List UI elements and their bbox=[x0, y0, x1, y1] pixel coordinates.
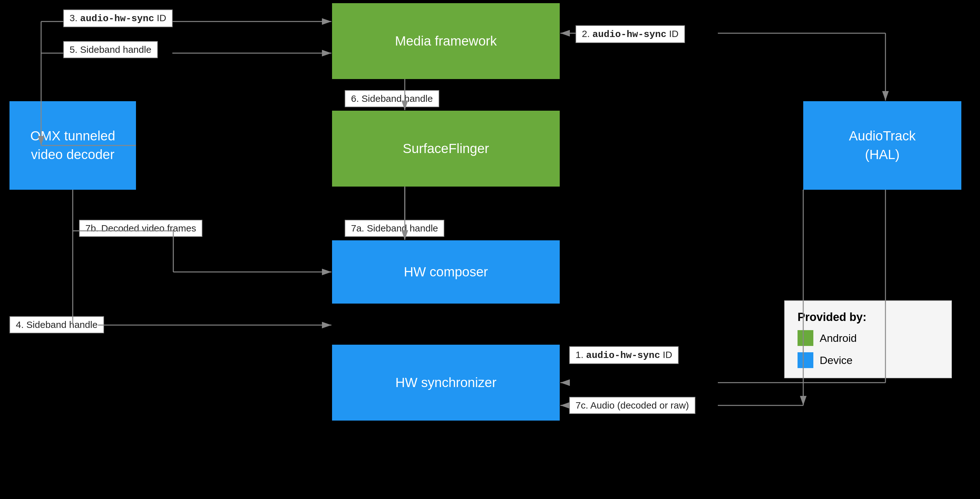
legend: Provided by: Android Device bbox=[784, 300, 952, 378]
label-7c-audio: 7c. Audio (decoded or raw) bbox=[569, 397, 695, 414]
legend-label-android: Android bbox=[820, 332, 857, 344]
label-2-audio-hw-sync: 2. audio-hw-sync ID bbox=[576, 25, 685, 43]
media-framework-label: Media framework bbox=[395, 33, 497, 49]
surface-flinger-label: SurfaceFlinger bbox=[402, 141, 489, 156]
label-5-sideband: 5. Sideband handle bbox=[63, 41, 158, 58]
legend-swatch-device bbox=[797, 352, 813, 368]
label-1-audio-hw-sync: 1. audio-hw-sync ID bbox=[569, 346, 679, 364]
label-4-sideband: 4. Sideband handle bbox=[10, 316, 104, 333]
legend-label-device: Device bbox=[820, 354, 853, 367]
omx-label: OMX tunneledvideo decoder bbox=[30, 127, 115, 164]
label-3-audio-hw-sync: 3. audio-hw-sync ID bbox=[63, 10, 173, 27]
audio-track-box: AudioTrack(HAL) bbox=[803, 101, 961, 190]
omx-box: OMX tunneledvideo decoder bbox=[10, 101, 136, 190]
legend-swatch-android bbox=[797, 330, 813, 346]
surface-flinger-box: SurfaceFlinger bbox=[332, 111, 560, 187]
label-6-sideband: 6. Sideband handle bbox=[345, 90, 439, 107]
hw-synchronizer-box: HW synchronizer bbox=[332, 345, 560, 421]
legend-title: Provided by: bbox=[797, 310, 939, 324]
legend-item-android: Android bbox=[797, 330, 939, 346]
hw-composer-box: HW composer bbox=[332, 240, 560, 304]
hw-synchronizer-label: HW synchronizer bbox=[395, 375, 496, 390]
hw-composer-label: HW composer bbox=[404, 264, 488, 280]
label-7a-sideband: 7a. Sideband handle bbox=[345, 220, 444, 237]
media-framework-box: Media framework bbox=[332, 3, 560, 79]
audio-track-label: AudioTrack(HAL) bbox=[849, 127, 916, 164]
legend-item-device: Device bbox=[797, 352, 939, 368]
label-7b-video-frames: 7b. Decoded video frames bbox=[79, 220, 202, 237]
